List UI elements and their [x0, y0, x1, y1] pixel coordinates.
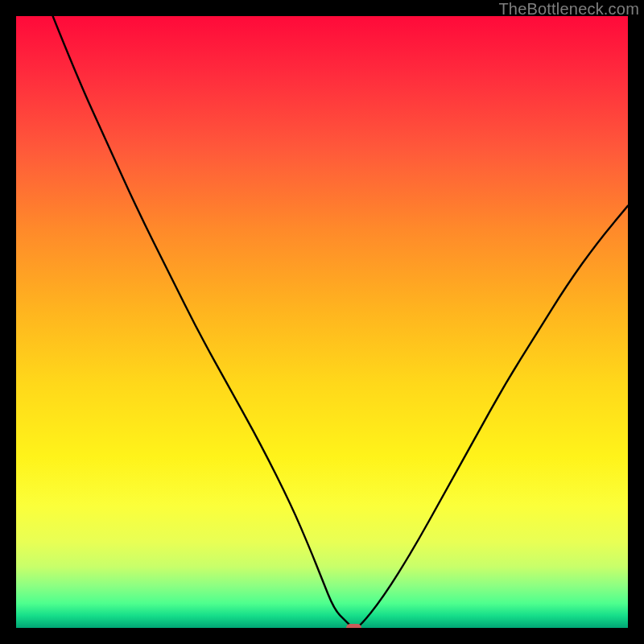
valley-marker	[346, 624, 361, 628]
curve-path	[53, 16, 628, 628]
watermark-text: TheBottleneck.com	[498, 0, 639, 19]
bottleneck-curve	[16, 16, 628, 628]
chart-stage: TheBottleneck.com	[0, 0, 644, 644]
plot-area	[16, 16, 628, 628]
